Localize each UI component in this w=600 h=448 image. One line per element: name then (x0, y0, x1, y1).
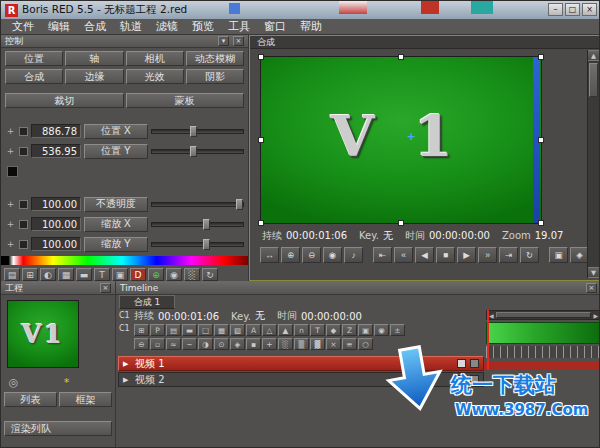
timeline-tool-icon[interactable]: ▬ (182, 324, 197, 336)
control-tab[interactable]: 合成 (5, 69, 63, 84)
timeline-horizontal-scrollbar[interactable]: ◀ ▶ (486, 310, 600, 320)
param-value-field[interactable]: 886.78 (31, 124, 81, 138)
selection-handle[interactable] (258, 54, 264, 60)
timeline-tool-icon[interactable]: + (262, 338, 277, 350)
render-queue-button[interactable]: 渲染列队 (4, 421, 112, 436)
keyframe-icon[interactable]: * (60, 376, 73, 389)
animate-checkbox[interactable] (19, 220, 28, 229)
timeline-tool-icon[interactable]: ◉ (374, 324, 389, 336)
animate-checkbox[interactable] (19, 147, 28, 156)
maximize-button[interactable]: □ (565, 3, 580, 16)
slider-thumb[interactable] (203, 239, 210, 250)
selection-handle[interactable] (258, 220, 264, 226)
disclosure-triangle-icon[interactable]: ▶ (123, 360, 131, 368)
minimize-button[interactable]: – (548, 3, 563, 16)
param-slider[interactable] (151, 129, 244, 134)
anchor-point-icon[interactable]: + (407, 130, 416, 143)
composite-1-tab[interactable]: 合成 1 (119, 295, 175, 309)
go-end-icon[interactable]: ⇥ (499, 247, 518, 263)
monitor-icon[interactable]: ▣ (112, 268, 128, 281)
timeline-tool-icon[interactable]: Z (342, 324, 357, 336)
timeline-tool-icon[interactable]: ▦ (214, 324, 229, 336)
step-forward-icon[interactable]: » (478, 247, 497, 263)
panel-close-icon[interactable]: × (100, 283, 111, 293)
texture-icon[interactable]: ░ (184, 268, 200, 281)
color-swatch[interactable] (7, 166, 18, 177)
timeline-tool-icon[interactable]: ░ (278, 338, 293, 350)
slider-thumb[interactable] (190, 146, 197, 157)
menu-item[interactable]: 滤镜 (149, 19, 185, 34)
grid-icon[interactable]: ⊞ (22, 268, 38, 281)
timeline-tool-icon[interactable]: ◆ (326, 324, 341, 336)
slider-thumb[interactable] (190, 126, 197, 137)
selection-handle[interactable] (398, 54, 404, 60)
timeline-tool-icon[interactable]: T (310, 324, 325, 336)
project-tab[interactable]: 列表 (4, 392, 57, 407)
timeline-tool-icon[interactable]: ◈ (230, 338, 245, 350)
param-slider[interactable] (151, 242, 244, 247)
param-label-button[interactable]: 缩放 Y (84, 237, 148, 252)
menu-item[interactable]: 文件 (5, 19, 41, 34)
preview-mode-icon[interactable]: ▣ (549, 247, 568, 263)
timeline-tool-icon[interactable]: ∩ (294, 324, 309, 336)
control-tab[interactable]: 位置 (5, 51, 63, 66)
param-value-field[interactable]: 100.00 (31, 217, 81, 231)
close-button[interactable]: × (582, 3, 597, 16)
param-slider[interactable] (151, 222, 244, 227)
timeline-tool-icon[interactable]: A (246, 324, 261, 336)
play-icon[interactable]: ▶ (457, 247, 476, 263)
composite-tab[interactable]: 合成 (257, 36, 275, 49)
loop-icon[interactable]: ↻ (520, 247, 539, 263)
timeline-tool-icon[interactable]: ▣ (358, 324, 373, 336)
animate-checkbox[interactable] (19, 127, 28, 136)
control-tab[interactable]: 光效 (126, 69, 184, 84)
timeline-tool-icon[interactable]: △ (262, 324, 277, 336)
menu-item[interactable]: 帮助 (293, 19, 329, 34)
timeline-tool-icon[interactable]: ▫ (150, 338, 165, 350)
target-icon[interactable]: ◉ (166, 268, 182, 281)
panel-menu-icon[interactable]: ▾ (218, 36, 229, 46)
param-label-button[interactable]: 位置 Y (84, 144, 148, 159)
menu-item[interactable]: 工具 (221, 19, 257, 34)
scrollbar-thumb[interactable] (589, 63, 598, 97)
timeline-tool-icon[interactable]: ⊞ (134, 324, 149, 336)
timeline-tool-icon[interactable]: ▓ (310, 338, 325, 350)
add-icon[interactable]: ⊕ (148, 268, 164, 281)
prev-frame-icon[interactable]: « (394, 247, 413, 263)
param-label-button[interactable]: 位置 X (84, 124, 148, 139)
menu-item[interactable]: 预览 (185, 19, 221, 34)
slider-thumb[interactable] (236, 199, 243, 210)
timeline-tool-icon[interactable]: ≡ (342, 338, 357, 350)
param-value-field[interactable]: 536.95 (31, 144, 81, 158)
selection-handle[interactable] (398, 220, 404, 226)
timeline-tool-icon[interactable]: ▲ (278, 324, 293, 336)
step-back-icon[interactable]: ◀ (415, 247, 434, 263)
timeline-tool-icon[interactable]: ▧ (230, 324, 245, 336)
track-list-icon[interactable]: ▤ (4, 268, 20, 281)
hand-tool-icon[interactable]: ◉ (323, 247, 342, 263)
draft-mode-icon[interactable]: D (130, 268, 146, 281)
control-tab[interactable]: 裁切 (5, 93, 124, 108)
timeline-tool-icon[interactable]: ⊙ (214, 338, 229, 350)
audio-preview-icon[interactable]: ♪ (344, 247, 363, 263)
contrast-icon[interactable]: ◐ (40, 268, 56, 281)
timeline-tool-icon[interactable]: × (326, 338, 341, 350)
media-type-icon[interactable]: ◎ (7, 376, 20, 389)
control-tab[interactable]: 相机 (126, 51, 184, 66)
color-spectrum-bar[interactable] (1, 256, 248, 265)
timeline-tool-icon[interactable]: ± (390, 324, 405, 336)
zoom-in-icon[interactable]: ⊕ (281, 247, 300, 263)
control-tab[interactable]: 边缘 (65, 69, 123, 84)
param-label-button[interactable]: 不透明度 (84, 197, 148, 212)
timeline-tool-icon[interactable]: □ (198, 324, 213, 336)
timeline-tool-icon[interactable]: ≈ (166, 338, 181, 350)
selection-handle[interactable] (538, 137, 544, 143)
preview-vertical-scrollbar[interactable]: ▲ ▼ (587, 50, 599, 278)
preview-canvas[interactable]: V 1 + (260, 56, 542, 224)
disclosure-triangle-icon[interactable]: ▶ (123, 376, 131, 384)
pan-tool-icon[interactable]: ↔ (260, 247, 279, 263)
scroll-left-icon[interactable]: ◀ (489, 312, 494, 319)
refresh-icon[interactable]: ↻ (202, 268, 218, 281)
scroll-up-icon[interactable]: ▲ (588, 50, 599, 61)
keyframe-toggle-icon[interactable]: + (5, 199, 16, 209)
